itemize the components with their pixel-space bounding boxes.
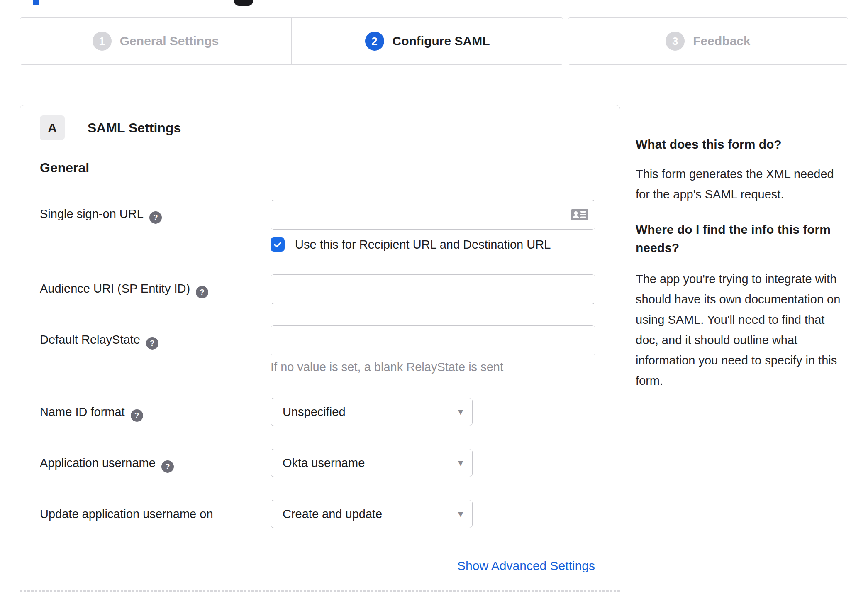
update-username-on-select[interactable]: Create and update ▾ xyxy=(271,500,473,528)
form-row-application-username: Application username? Okta username ▾ xyxy=(40,449,595,500)
control-col xyxy=(271,274,595,325)
sidebar-paragraph: This form generates the XML needed for t… xyxy=(636,164,868,205)
checkbox-label: Use this for Recipient URL and Destinati… xyxy=(295,238,551,252)
name-id-format-select[interactable]: Unspecified ▾ xyxy=(271,398,473,426)
control-col: Use this for Recipient URL and Destinati… xyxy=(271,200,595,274)
sidebar-text-line: doc, and it should outline what xyxy=(636,330,868,350)
chevron-down-icon: ▾ xyxy=(458,509,463,519)
wizard-stepper: 1 General Settings 2 Configure SAML 3 Fe… xyxy=(20,17,848,65)
cutoff-blue-fragment xyxy=(33,0,39,5)
chevron-down-icon: ▾ xyxy=(458,458,463,468)
step-label: Configure SAML xyxy=(393,34,490,48)
control-col: Unspecified ▾ xyxy=(271,398,595,449)
show-advanced-settings-link[interactable]: Show Advanced Settings xyxy=(457,559,595,572)
form-row-default-relaystate: Default RelayState? If no value is set, … xyxy=(40,325,595,398)
field-label: Application username xyxy=(40,456,156,470)
input-wrap xyxy=(271,325,595,355)
select-value: Okta username xyxy=(283,456,365,470)
select-value: Create and update xyxy=(283,507,382,521)
sidebar-title-line: Where do I find the info this form xyxy=(636,220,868,239)
form-row-audience-uri: Audience URI (SP Entity ID)? xyxy=(40,274,595,325)
form-row-update-application-username: Update application username on Create an… xyxy=(40,500,595,528)
field-label: Single sign-on URL xyxy=(40,207,144,220)
application-username-select[interactable]: Okta username ▾ xyxy=(271,449,473,477)
label-col: Audience URI (SP Entity ID)? xyxy=(40,274,271,325)
form-row-name-id-format: Name ID format? Unspecified ▾ xyxy=(40,398,595,449)
cutoff-logo-fragment xyxy=(234,0,253,6)
chevron-down-icon: ▾ xyxy=(458,407,463,417)
sidebar-text-line: form. xyxy=(636,371,868,391)
sidebar-text-line: for the app's SAML request. xyxy=(636,184,868,205)
label-col: Name ID format? xyxy=(40,398,271,449)
sidebar-paragraph: The app you're trying to integrate with … xyxy=(636,269,868,391)
field-label: Update application username on xyxy=(40,507,213,521)
advanced-settings-row: Show Advanced Settings xyxy=(40,559,595,573)
sidebar-title-what: What does this form do? xyxy=(636,137,868,152)
stepper-box-right: 3 Feedback xyxy=(568,17,848,65)
sidebar-text-line: using SAML. You'll need to find that xyxy=(636,310,868,330)
control-col: Okta username ▾ xyxy=(271,449,595,500)
step-number-badge: 1 xyxy=(93,32,112,51)
step-configure-saml[interactable]: 2 Configure SAML xyxy=(291,18,563,64)
select-value: Unspecified xyxy=(283,405,346,419)
label-col: Default RelayState? xyxy=(40,325,271,398)
help-icon[interactable]: ? xyxy=(131,409,143,422)
default-relaystate-input[interactable] xyxy=(271,325,595,355)
recipient-url-checkbox-row: Use this for Recipient URL and Destinati… xyxy=(271,236,595,253)
section-badge-a: A xyxy=(40,115,65,140)
panel-header: A SAML Settings xyxy=(40,115,595,140)
field-label: Audience URI (SP Entity ID) xyxy=(40,282,190,295)
saml-settings-panel: A SAML Settings General Single sign-on U… xyxy=(20,105,620,592)
sidebar-text-line: should have its own documentation on xyxy=(636,289,868,310)
help-icon[interactable]: ? xyxy=(196,286,208,298)
contact-card-icon[interactable] xyxy=(571,208,589,223)
help-icon[interactable]: ? xyxy=(161,460,174,473)
label-col: Single sign-on URL? xyxy=(40,200,271,274)
form-row-single-sign-on-url: Single sign-on URL? xyxy=(40,200,595,274)
label-col: Update application username on xyxy=(40,500,271,528)
field-label: Default RelayState xyxy=(40,333,140,346)
group-title-general: General xyxy=(40,160,595,177)
step-general-settings[interactable]: 1 General Settings xyxy=(20,18,291,64)
step-label: Feedback xyxy=(693,34,750,48)
audience-uri-input[interactable] xyxy=(271,274,595,304)
input-wrap xyxy=(271,200,595,230)
field-label: Name ID format xyxy=(40,405,125,418)
sidebar-title-line: needs? xyxy=(636,239,868,257)
form-area: Single sign-on URL? xyxy=(40,200,595,573)
panel-title: SAML Settings xyxy=(88,120,181,136)
single-sign-on-url-input[interactable] xyxy=(271,200,595,230)
input-wrap xyxy=(271,274,595,304)
label-col: Application username? xyxy=(40,449,271,500)
step-feedback[interactable]: 3 Feedback xyxy=(568,18,848,64)
relaystate-helper-text: If no value is set, a blank RelayState i… xyxy=(271,360,595,374)
help-icon[interactable]: ? xyxy=(146,337,158,350)
help-icon[interactable]: ? xyxy=(149,211,162,224)
control-col: Create and update ▾ xyxy=(271,500,595,528)
section-dashed-divider xyxy=(20,590,620,592)
checkmark-icon xyxy=(273,240,283,250)
step-label: General Settings xyxy=(120,34,219,48)
control-col: If no value is set, a blank RelayState i… xyxy=(271,325,595,398)
step-number-badge: 3 xyxy=(666,32,685,51)
help-sidebar: What does this form do? This form genera… xyxy=(636,137,868,391)
sidebar-text-line: This form generates the XML needed xyxy=(636,164,868,184)
sidebar-title-where: Where do I find the info this form needs… xyxy=(636,220,868,257)
sidebar-text-line: The app you're trying to integrate with xyxy=(636,269,868,289)
recipient-url-checkbox[interactable] xyxy=(271,237,285,252)
stepper-box-left: 1 General Settings 2 Configure SAML xyxy=(20,17,563,65)
step-number-badge: 2 xyxy=(365,32,384,51)
sidebar-text-line: information you need to specify in this xyxy=(636,350,868,371)
